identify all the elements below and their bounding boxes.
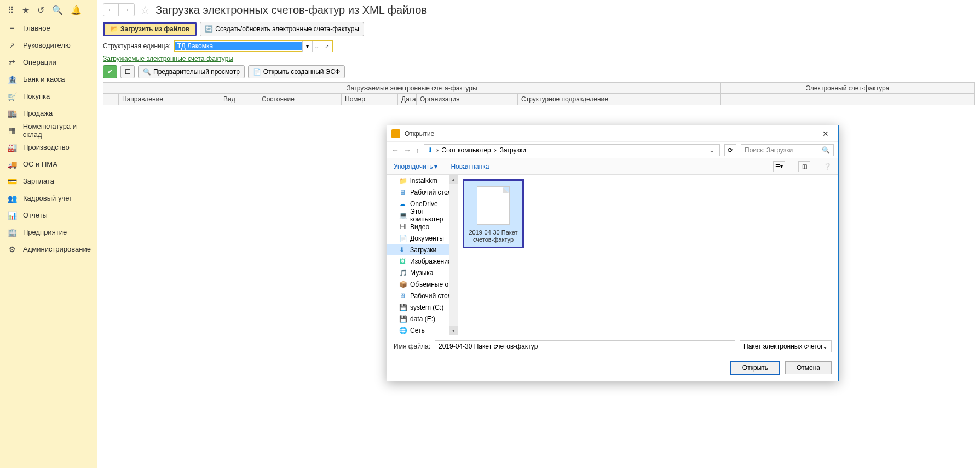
scroll-up-button[interactable]: ▴ [449,175,458,184]
sidebar-item-2[interactable]: ⇄Операции [0,54,97,71]
search-magnifier-icon: 🔍 [822,146,830,154]
create-update-button[interactable]: 🔄 Создать/обновить электронные счета-фак… [200,22,364,36]
section-label[interactable]: Загружаемые электронные счета-фактуры [97,54,980,64]
dialog-body: 📁instaikkm🖥Рабочий стол☁OneDrive💻Этот ко… [387,175,838,335]
tree-scrollbar[interactable]: ▴ ▾ [449,175,458,335]
sidebar-item-4[interactable]: 🛒Покупка [0,88,97,105]
structural-unit-input[interactable] [175,42,302,50]
preview-icon: 🔍 [143,68,151,76]
tree-item-5[interactable]: 📄Документы [387,232,458,244]
sidebar-label: Главное [23,24,50,32]
chevron-down-icon: ▾ [434,163,437,170]
tree-label: Изображения [410,258,451,265]
dialog-folder-tree: 📁instaikkm🖥Рабочий стол☁OneDrive💻Этот ко… [387,175,458,335]
search-icon[interactable]: 🔍 [52,5,63,15]
new-folder-button[interactable]: Новая папка [451,163,489,170]
tree-item-0[interactable]: 📁instaikkm [387,175,458,186]
star-icon[interactable]: ★ [22,5,30,15]
dialog-close-button[interactable]: ✕ [817,128,834,139]
open-esf-button[interactable]: 📄 Открыть созданный ЭСФ [248,65,345,78]
view-mode-button[interactable]: ☰▾ [773,161,785,172]
col-type[interactable]: Вид [220,94,258,105]
sidebar-item-1[interactable]: ↗Руководителю [0,37,97,54]
sidebar-icon: 💳 [8,177,16,186]
tree-item-13[interactable]: 🌐Сеть [387,324,458,335]
preview-button[interactable]: 🔍 Предварительный просмотр [138,65,245,78]
preview-pane-button[interactable]: ◫ [798,161,810,172]
select-button[interactable]: … [312,41,322,52]
open-button[interactable]: Открыть [731,361,780,374]
breadcrumb-item-1[interactable]: Загрузки [500,146,526,154]
sidebar-item-0[interactable]: ≡Главное [0,20,97,37]
sidebar-item-10[interactable]: 👥Кадровый учет [0,190,97,207]
file-item[interactable]: 2019-04-30 Пакет счетов-фактур [463,179,524,248]
open-button[interactable]: ↗ [322,41,332,52]
dialog-breadcrumb[interactable]: ⬇ › Этот компьютер › Загрузки ⌄ [424,144,720,156]
tree-icon: 📁 [399,177,407,185]
cancel-button[interactable]: Отмена [785,361,832,374]
filetype-filter[interactable]: Пакет электронных счетов-фа ⌄ [740,340,832,352]
tree-item-12[interactable]: 💾data (E:) [387,313,458,324]
sidebar-item-12[interactable]: 🏢Предприятие [0,224,97,241]
favorite-star-icon[interactable]: ☆ [140,3,150,16]
sidebar-label: Зарплата [23,177,54,185]
tree-item-10[interactable]: 🖥Рабочий стол [387,290,458,301]
nav-back-button[interactable]: ← [103,4,119,16]
breadcrumb-dropdown[interactable]: ⌄ [707,146,716,154]
sidebar-item-5[interactable]: 🏬Продажа [0,105,97,122]
sidebar-item-3[interactable]: 🏦Банк и касса [0,71,97,88]
tree-item-3[interactable]: 💻Этот компьютер [387,209,458,221]
sort-label: Упорядочить [394,163,433,170]
tree-item-11[interactable]: 💾system (C:) [387,301,458,313]
sidebar-item-11[interactable]: 📊Отчеты [0,207,97,224]
apps-icon[interactable]: ⠿ [8,5,14,15]
nav-forward-button[interactable]: → [119,4,134,16]
sidebar-item-9[interactable]: 💳Зарплата [0,173,97,190]
bell-icon[interactable]: 🔔 [71,5,82,15]
dialog-footer: Имя файла: Пакет электронных счетов-фа ⌄ [387,335,838,358]
col-org[interactable]: Организация [417,94,518,105]
tree-item-1[interactable]: 🖥Рабочий стол [387,186,458,198]
tree-item-6[interactable]: ⬇Загрузки [387,244,458,255]
sort-button[interactable]: Упорядочить ▾ [394,163,437,170]
load-from-files-button[interactable]: 📂 Загрузить из файлов [103,22,197,36]
tree-label: Видео [410,223,429,231]
tree-label: OneDrive [410,200,438,208]
filename-label: Имя файла: [394,343,430,350]
breadcrumb-item-0[interactable]: Этот компьютер [442,146,491,154]
dialog-refresh-button[interactable]: ⟳ [724,144,736,156]
folder-open-icon: 📂 [110,25,118,33]
scroll-down-button[interactable]: ▾ [449,326,458,335]
dialog-search-input[interactable]: Поиск: Загрузки 🔍 [741,144,834,156]
table-header-row: Направление Вид Состояние Номер Дата Орг… [103,94,974,105]
col-subdiv[interactable]: Структурное подразделение [518,94,721,105]
dialog-forward-button[interactable]: → [403,146,411,155]
dialog-file-list[interactable]: 2019-04-30 Пакет счетов-фактур [458,175,838,335]
sidebar-item-13[interactable]: ⚙Администрирование [0,241,97,258]
sidebar-label: Номенклатура и склад [23,122,97,139]
sidebar-label: Банк и касса [23,75,65,83]
sidebar-item-6[interactable]: ▦Номенклатура и склад [0,122,97,139]
history-icon[interactable]: ↺ [37,5,44,15]
tree-item-7[interactable]: 🖼Изображения [387,255,458,267]
main-toolbar: 📂 Загрузить из файлов 🔄 Создать/обновить… [97,20,980,38]
col-date[interactable]: Дата [398,94,417,105]
dialog-up-button[interactable]: ↑ [416,146,419,155]
super-col-1: Загружаемые электронные счета-фактуры [103,83,721,93]
dropdown-button[interactable]: ▾ [302,41,312,52]
sidebar-icon: ⚙ [8,245,16,254]
sidebar-item-7[interactable]: 🏭Производство [0,139,97,156]
col-number[interactable]: Номер [342,94,398,105]
sidebar-item-8[interactable]: 🚚ОС и НМА [0,156,97,173]
dialog-back-button[interactable]: ← [391,146,399,155]
tree-item-9[interactable]: 📦Объемные объ [387,278,458,290]
col-direction[interactable]: Направление [119,94,220,105]
uncheck-all-button[interactable]: ☐ [120,65,135,78]
filename-input[interactable] [435,340,735,352]
help-icon[interactable]: ❔ [823,163,832,170]
search-placeholder: Поиск: Загрузки [745,146,793,154]
col-state[interactable]: Состояние [258,94,342,105]
tree-item-8[interactable]: 🎵Музыка [387,267,458,278]
tree-icon: 📦 [399,281,407,288]
check-all-button[interactable]: ✔ [103,65,117,78]
